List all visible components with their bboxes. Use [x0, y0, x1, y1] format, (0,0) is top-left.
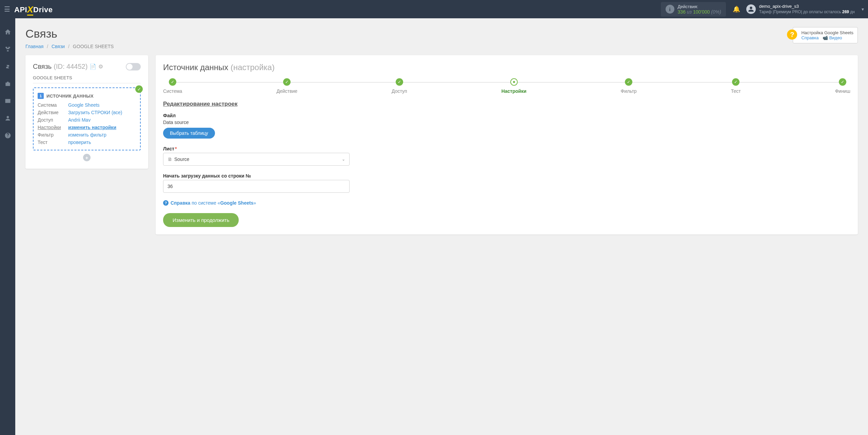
- file-value: Data source: [163, 120, 850, 125]
- step-label-active[interactable]: Настройки: [501, 88, 527, 94]
- step-icon-done: ✓: [732, 78, 739, 86]
- step-label[interactable]: Финиш: [835, 88, 850, 94]
- step-label[interactable]: Действие: [276, 88, 297, 94]
- choose-table-button[interactable]: Выбрать таблицу: [163, 128, 215, 139]
- help-title: Настройка Google Sheets: [801, 30, 853, 35]
- connection-system: GOOGLE SHEETS: [33, 75, 141, 80]
- source-test-link[interactable]: проверить: [68, 140, 91, 145]
- system-help-link[interactable]: ? Справка по системе «Google Sheets»: [163, 200, 850, 206]
- info-icon: i: [666, 5, 674, 14]
- source-system-link[interactable]: Google Sheets: [68, 102, 100, 108]
- help-panel: ? Настройка Google Sheets Справка 📹 Виде…: [793, 27, 858, 43]
- connection-card: Связь (ID: 44452) 📄 ⚙ GOOGLE SHEETS ✓ 1 …: [25, 55, 148, 169]
- step-icon-done: ✓: [839, 78, 846, 86]
- source-box[interactable]: ✓ 1 ИСТОЧНИК ДАННЫХ СистемаGoogle Sheets…: [33, 87, 141, 150]
- connection-header: Связь (ID: 44452) 📄 ⚙: [33, 63, 141, 70]
- question-icon[interactable]: ?: [787, 29, 797, 40]
- actions-label: Действия:: [678, 4, 721, 9]
- page-title: Связь: [25, 27, 114, 40]
- submit-button[interactable]: Изменить и продолжить: [163, 213, 239, 227]
- breadcrumb-home[interactable]: Главная: [25, 44, 43, 49]
- step-icon-done: ✓: [283, 78, 291, 86]
- home-icon[interactable]: [4, 28, 11, 37]
- breadcrumb: Главная / Связи / GOOGLE SHEETS: [25, 44, 114, 49]
- enable-toggle[interactable]: [126, 63, 141, 70]
- connections-icon[interactable]: [4, 46, 11, 54]
- username: demo_apix-drive_s3: [759, 4, 855, 9]
- step-label[interactable]: Система: [163, 88, 182, 94]
- document-icon: 🗎: [167, 157, 172, 162]
- add-destination-button[interactable]: +: [83, 154, 91, 161]
- settings-title: Источник данных (настройка): [163, 63, 850, 72]
- file-label: Файл: [163, 113, 850, 118]
- step-icon-current: [510, 78, 518, 86]
- step-icon-done: ✓: [396, 78, 403, 86]
- gear-icon[interactable]: ⚙: [98, 63, 103, 70]
- profile-icon[interactable]: [4, 115, 11, 123]
- chevron-down-icon: ⌄: [342, 157, 345, 162]
- step-tracker: ✓Система ✓Действие ✓Доступ Настройки ✓Фи…: [163, 78, 850, 94]
- billing-icon[interactable]: [4, 63, 11, 71]
- source-number-badge: 1: [38, 93, 44, 99]
- breadcrumb-links[interactable]: Связи: [52, 44, 65, 49]
- section-heading: Редактирование настроек: [163, 101, 850, 107]
- chevron-down-icon[interactable]: ▾: [862, 6, 864, 12]
- step-label[interactable]: Тест: [731, 88, 741, 94]
- source-action-link[interactable]: Загрузить СТРОКИ (все): [68, 110, 122, 115]
- source-settings-link[interactable]: изменить настройки: [68, 125, 116, 130]
- copy-icon[interactable]: 📄: [90, 63, 96, 70]
- step-label[interactable]: Фильтр: [621, 88, 637, 94]
- hamburger-icon[interactable]: ☰: [4, 5, 10, 13]
- logo[interactable]: APIXDrive: [14, 4, 53, 15]
- topbar: ☰ APIXDrive i Действия: 336 из 100'000 (…: [0, 0, 868, 18]
- briefcase-icon[interactable]: [4, 80, 11, 89]
- question-small-icon: ?: [163, 200, 169, 206]
- avatar-icon: [746, 4, 756, 14]
- help-icon[interactable]: [4, 132, 11, 141]
- check-icon: ✓: [135, 85, 143, 93]
- sidenav: [0, 18, 15, 435]
- start-row-input[interactable]: [163, 180, 350, 193]
- sheet-select[interactable]: 🗎Source ⌄: [163, 153, 350, 166]
- actions-values: 336 из 100'000 (0%): [678, 9, 721, 15]
- step-icon-done: ✓: [169, 78, 176, 86]
- tariff-info: Тариф |Премиум PRO| до оплаты осталось 2…: [759, 9, 855, 15]
- help-ref-link[interactable]: Справка: [801, 35, 818, 40]
- start-row-label: Начать загрузку данных со строки №: [163, 173, 850, 179]
- video-icon[interactable]: [4, 98, 11, 106]
- settings-card: Источник данных (настройка) ✓Система ✓Де…: [156, 55, 858, 234]
- help-video-link[interactable]: Видео: [829, 35, 842, 40]
- source-title: ИСТОЧНИК ДАННЫХ: [46, 94, 94, 99]
- step-label[interactable]: Доступ: [392, 88, 407, 94]
- source-filter-link[interactable]: изменить фильтр: [68, 132, 106, 138]
- sheet-label: Лист*: [163, 146, 850, 151]
- breadcrumb-current: GOOGLE SHEETS: [73, 44, 114, 49]
- source-access-link[interactable]: Andrii Mav: [68, 117, 91, 123]
- camera-icon: 📹: [823, 35, 828, 40]
- actions-counter[interactable]: i Действия: 336 из 100'000 (0%): [661, 2, 726, 17]
- step-icon-done: ✓: [625, 78, 632, 86]
- bell-icon[interactable]: 🔔: [733, 5, 740, 13]
- user-menu[interactable]: demo_apix-drive_s3 Тариф |Премиум PRO| д…: [746, 4, 855, 15]
